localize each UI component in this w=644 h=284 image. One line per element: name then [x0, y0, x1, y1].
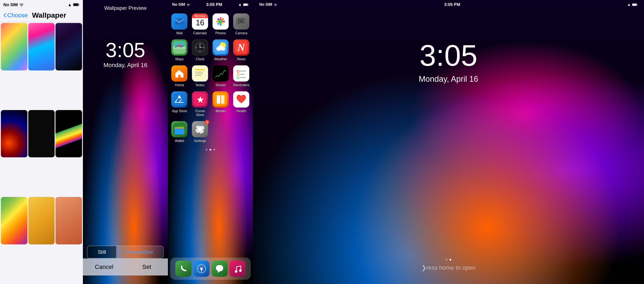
app-health[interactable]: Health — [233, 91, 250, 117]
set-button[interactable]: Set — [126, 258, 168, 275]
svg-rect-62 — [217, 97, 220, 98]
health-label: Health — [236, 109, 246, 113]
svg-rect-3 — [243, 4, 248, 6]
lock-no-sim: No SIM — [259, 2, 272, 7]
svg-rect-51 — [240, 77, 246, 78]
mail-label: Mail — [176, 31, 182, 35]
wallpaper-thumb-5[interactable] — [28, 110, 55, 158]
lock-page-dots — [446, 259, 451, 260]
lock-bt-icon: ▲ — [627, 2, 631, 7]
settings-badge: 1 — [205, 120, 209, 124]
reminders-label: Reminders — [233, 83, 250, 87]
app-settings[interactable]: 1 Settings — [192, 121, 208, 143]
home-battery-icon — [243, 3, 249, 6]
home-time: 3:05 PM — [206, 2, 222, 7]
perspective-button[interactable]: Perspective — [116, 246, 163, 258]
wallpaper-thumb-6[interactable] — [56, 110, 82, 158]
notes-icon — [192, 65, 208, 82]
svg-point-77 — [235, 270, 238, 273]
svg-rect-14 — [173, 49, 186, 54]
wallpaper-thumb-1[interactable] — [1, 23, 28, 70]
wallpaper-thumb-2[interactable] — [28, 23, 55, 70]
calendar-label: Calendar — [193, 31, 207, 35]
home-label: Home — [175, 83, 184, 87]
wallpaper-grid — [0, 22, 83, 284]
app-ibooks[interactable]: iBooks — [212, 91, 229, 117]
svg-point-78 — [239, 269, 242, 272]
home-status-left: No SIM — [172, 2, 190, 7]
left-status-right: ▲ — [68, 2, 80, 7]
app-appstore[interactable]: App Store — [171, 91, 188, 117]
app-mail[interactable]: Mail — [171, 14, 188, 35]
lock-status-bar: No SIM 3:05 PM ▲ — [253, 0, 644, 9]
dock-messages[interactable] — [212, 260, 228, 277]
app-notes[interactable]: Notes — [192, 65, 208, 87]
preview-actions: Cancel Set — [83, 258, 168, 275]
lock-battery-icon — [632, 3, 638, 6]
svg-text:N: N — [237, 42, 245, 53]
app-wallet[interactable]: Wallet — [171, 121, 188, 143]
preview-time: 3:05 — [106, 38, 146, 62]
wallpaper-thumb-8[interactable] — [28, 197, 55, 244]
preview-title: Wallpaper Preview — [104, 5, 146, 11]
cancel-button[interactable]: Cancel — [83, 258, 126, 275]
dot-3 — [214, 149, 215, 151]
phone-icon — [175, 260, 192, 277]
svg-point-11 — [240, 21, 242, 22]
calendar-icon: Monday 16 — [192, 14, 208, 30]
camera-icon — [233, 14, 249, 30]
stocks-label: Stocks — [216, 83, 226, 87]
still-button[interactable]: Still — [88, 246, 116, 258]
app-camera[interactable]: Camera — [233, 14, 250, 35]
app-calendar[interactable]: Monday 16 Calendar — [192, 14, 208, 35]
wallpaper-thumb-3[interactable] — [56, 23, 82, 70]
wallpaper-preview-panel: Wallpaper Preview 3:05 Monday, April 16 … — [83, 0, 168, 284]
wallpaper-title: Wallpaper — [32, 11, 66, 19]
clock-label: Clock — [196, 57, 204, 61]
wallpaper-thumb-4[interactable] — [1, 110, 28, 158]
wallpaper-nav-bar: Choose Wallpaper — [0, 9, 83, 22]
app-clock[interactable]: Clock — [192, 39, 208, 61]
svg-rect-41 — [195, 69, 205, 70]
back-button[interactable]: Choose — [4, 12, 28, 19]
app-maps[interactable]: Maps — [171, 39, 188, 61]
wallpaper-chooser-panel: No SIM ▲ Choose Wallpaper — [0, 0, 83, 284]
music-icon — [230, 260, 246, 277]
no-sim-label: No SIM — [4, 2, 18, 7]
mail-icon — [171, 14, 188, 30]
wallpaper-thumb-9[interactable] — [56, 197, 82, 244]
svg-rect-53 — [173, 93, 186, 106]
svg-rect-5 — [175, 19, 184, 25]
dot-2 — [210, 149, 211, 151]
app-news[interactable]: N News — [233, 39, 250, 61]
lock-date: Monday, April 16 — [419, 75, 478, 84]
app-stocks[interactable]: Stocks — [212, 65, 229, 87]
app-photos[interactable]: Photos — [212, 14, 229, 35]
safari-icon — [194, 260, 210, 277]
svg-rect-49 — [240, 74, 245, 75]
home-open-text: ❯ress home to open — [422, 264, 476, 271]
home-wifi-icon — [186, 3, 190, 6]
svg-point-16 — [178, 45, 181, 47]
maps-icon — [171, 39, 188, 56]
app-itunes[interactable]: ★ iTunes Store — [192, 91, 208, 117]
wallpaper-thumb-7[interactable] — [1, 197, 28, 244]
ibooks-icon — [212, 91, 229, 107]
wallet-icon — [171, 121, 188, 137]
app-reminders[interactable]: Reminders — [233, 65, 250, 87]
svg-rect-58 — [214, 93, 227, 106]
dock-safari[interactable] — [194, 260, 210, 277]
maps-label: Maps — [175, 57, 184, 61]
app-weather[interactable]: Weather — [212, 39, 229, 61]
wallet-label: Wallet — [175, 139, 184, 143]
home-status-right: ▲ — [238, 2, 249, 7]
lock-wifi-icon — [274, 3, 277, 6]
dock-music[interactable] — [230, 260, 246, 277]
appstore-label: App Store — [172, 109, 187, 113]
ibooks-label: iBooks — [216, 109, 226, 113]
home-indicator: ❯ress home to open — [422, 264, 476, 271]
dot-1 — [206, 149, 208, 151]
app-home[interactable]: Home — [171, 65, 188, 87]
left-status-bar: No SIM ▲ — [0, 0, 83, 9]
dock-phone[interactable] — [175, 260, 192, 277]
